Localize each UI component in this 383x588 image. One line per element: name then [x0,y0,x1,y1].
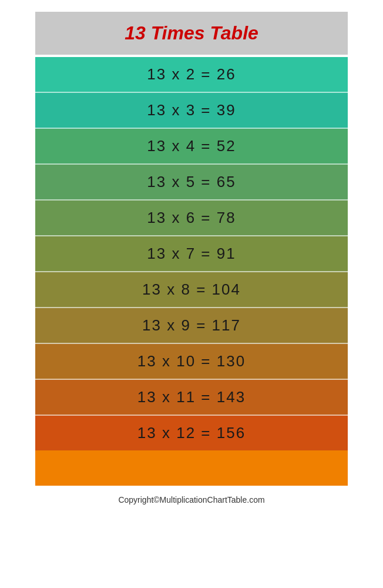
title-bar: 13 Times Table [35,12,348,55]
table-row: 13 x 2 = 26 [35,57,348,93]
multiplication-expression: 13 x 2 = 26 [147,65,236,83]
table-row: 13 x 5 = 65 [35,165,348,201]
multiplication-expression: 13 x 12 = 156 [137,424,246,442]
multiplication-expression: 13 x 7 = 91 [147,245,236,263]
table-row: 13 x 3 = 39 [35,93,348,129]
multiplication-expression: 13 x 9 = 117 [142,316,241,335]
copyright-text: Copyright©MultiplicationChartTable.com [118,495,264,505]
multiplication-expression: 13 x 3 = 39 [147,101,236,119]
table-row: 13 x 10 = 130 [35,344,348,380]
table-row: 13 x 7 = 91 [35,236,348,272]
multiplication-expression: 13 x 5 = 65 [147,173,236,191]
footer-color-bar [35,450,348,486]
table-row: 13 x 12 = 156 [35,416,348,450]
page-title: 13 Times Table [41,22,342,44]
multiplication-expression: 13 x 11 = 143 [137,388,246,406]
table-row: 13 x 11 = 143 [35,380,348,416]
table-row: 13 x 8 = 104 [35,272,348,308]
multiplication-expression: 13 x 4 = 52 [147,137,236,155]
multiplication-expression: 13 x 10 = 130 [137,352,246,370]
table-row: 13 x 4 = 52 [35,129,348,165]
multiplication-expression: 13 x 8 = 104 [142,280,241,299]
table-row: 13 x 6 = 78 [35,201,348,236]
times-table-container: 13 x 2 = 2613 x 3 = 3913 x 4 = 5213 x 5 … [35,57,348,450]
table-row: 13 x 9 = 117 [35,308,348,344]
multiplication-expression: 13 x 6 = 78 [147,209,236,227]
